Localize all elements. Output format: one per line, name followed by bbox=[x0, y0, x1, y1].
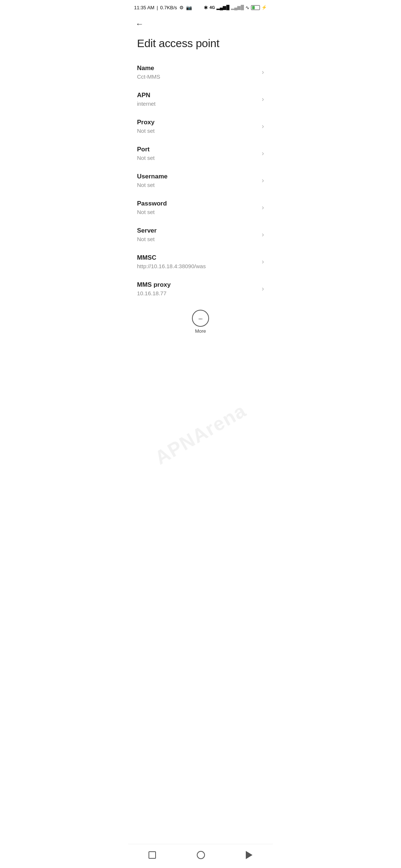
settings-item-text-4: Username Not set bbox=[137, 173, 167, 188]
signal-4g-icon: 4G bbox=[209, 5, 215, 10]
settings-item-value-5: Not set bbox=[137, 209, 167, 215]
camera-icon: 📷 bbox=[186, 5, 192, 10]
settings-item[interactable]: Server Not set › bbox=[128, 221, 273, 248]
settings-item-value-1: internet bbox=[137, 101, 156, 107]
chevron-right-icon-0: › bbox=[262, 68, 264, 76]
settings-item-label-2: Proxy bbox=[137, 119, 155, 126]
data-speed: 0.7KB/s bbox=[160, 5, 177, 10]
page-title: Edit access point bbox=[128, 33, 273, 59]
chevron-right-icon-3: › bbox=[262, 149, 264, 157]
settings-item-text-7: MMSC http://10.16.18.4:38090/was bbox=[137, 254, 206, 269]
settings-item-text-2: Proxy Not set bbox=[137, 119, 155, 134]
settings-item-value-0: Cct-MMS bbox=[137, 73, 160, 80]
wifi-icon: ∿ bbox=[245, 5, 250, 10]
chevron-right-icon-8: › bbox=[262, 285, 264, 293]
settings-item-label-4: Username bbox=[137, 173, 167, 180]
chevron-right-icon-5: › bbox=[262, 204, 264, 211]
chevron-right-icon-2: › bbox=[262, 122, 264, 130]
settings-item-value-2: Not set bbox=[137, 128, 155, 134]
settings-item-text-3: Port Not set bbox=[137, 146, 155, 161]
settings-item-label-6: Server bbox=[137, 227, 157, 234]
settings-item-label-3: Port bbox=[137, 146, 155, 153]
settings-item-label-0: Name bbox=[137, 65, 160, 72]
settings-item[interactable]: Port Not set › bbox=[128, 140, 273, 167]
signal-bars2-icon: ▂▄▆█ bbox=[231, 5, 244, 10]
settings-item-label-7: MMSC bbox=[137, 254, 206, 262]
settings-item-value-7: http://10.16.18.4:38090/was bbox=[137, 263, 206, 269]
battery-icon bbox=[251, 5, 260, 10]
settings-item-label-5: Password bbox=[137, 200, 167, 207]
settings-item-value-3: Not set bbox=[137, 155, 155, 161]
settings-item-value-4: Not set bbox=[137, 182, 167, 188]
settings-item[interactable]: APN internet › bbox=[128, 86, 273, 113]
settings-item[interactable]: Username Not set › bbox=[128, 167, 273, 194]
settings-list: Name Cct-MMS › APN internet › Proxy Not … bbox=[128, 59, 273, 302]
more-btn-area: ··· More bbox=[128, 302, 273, 338]
settings-item[interactable]: MMSC http://10.16.18.4:38090/was › bbox=[128, 248, 273, 275]
more-button[interactable]: ··· bbox=[192, 310, 209, 327]
settings-item[interactable]: Name Cct-MMS › bbox=[128, 59, 273, 86]
signal-bars-icon: ▂▄▆█ bbox=[216, 5, 229, 10]
chevron-right-icon-1: › bbox=[262, 95, 264, 103]
settings-icon: ⚙ bbox=[179, 5, 184, 10]
back-arrow-icon: ← bbox=[136, 19, 144, 29]
more-dots-icon: ··· bbox=[198, 314, 202, 323]
settings-item-text-1: APN internet bbox=[137, 92, 156, 107]
chevron-right-icon-7: › bbox=[262, 258, 264, 266]
settings-item-label-1: APN bbox=[137, 92, 156, 99]
status-bar: 11:35 AM | 0.7KB/s ⚙ 📷 ✱ 4G ▂▄▆█ ▂▄▆█ ∿ … bbox=[128, 0, 273, 13]
speed-display: | bbox=[157, 5, 158, 10]
more-label: More bbox=[195, 328, 206, 334]
back-btn-area: ← bbox=[128, 13, 273, 33]
settings-item-text-8: MMS proxy 10.16.18.77 bbox=[137, 281, 171, 296]
settings-item[interactable]: Password Not set › bbox=[128, 194, 273, 221]
settings-item-text-5: Password Not set bbox=[137, 200, 167, 215]
status-left: 11:35 AM | 0.7KB/s ⚙ 📷 bbox=[134, 5, 192, 10]
settings-item-label-8: MMS proxy bbox=[137, 281, 171, 289]
time-display: 11:35 AM bbox=[134, 5, 154, 10]
back-button[interactable]: ← bbox=[134, 18, 145, 30]
settings-item-text-0: Name Cct-MMS bbox=[137, 65, 160, 80]
chevron-right-icon-4: › bbox=[262, 177, 264, 184]
settings-item-value-6: Not set bbox=[137, 236, 157, 242]
settings-item-value-8: 10.16.18.77 bbox=[137, 290, 171, 296]
bluetooth-icon: ✱ bbox=[204, 5, 208, 10]
settings-item-text-6: Server Not set bbox=[137, 227, 157, 242]
settings-item[interactable]: Proxy Not set › bbox=[128, 113, 273, 140]
settings-item[interactable]: MMS proxy 10.16.18.77 › bbox=[128, 275, 273, 302]
charging-icon: ⚡ bbox=[261, 5, 267, 10]
chevron-right-icon-6: › bbox=[262, 231, 264, 239]
status-right: ✱ 4G ▂▄▆█ ▂▄▆█ ∿ ⚡ bbox=[204, 5, 267, 10]
